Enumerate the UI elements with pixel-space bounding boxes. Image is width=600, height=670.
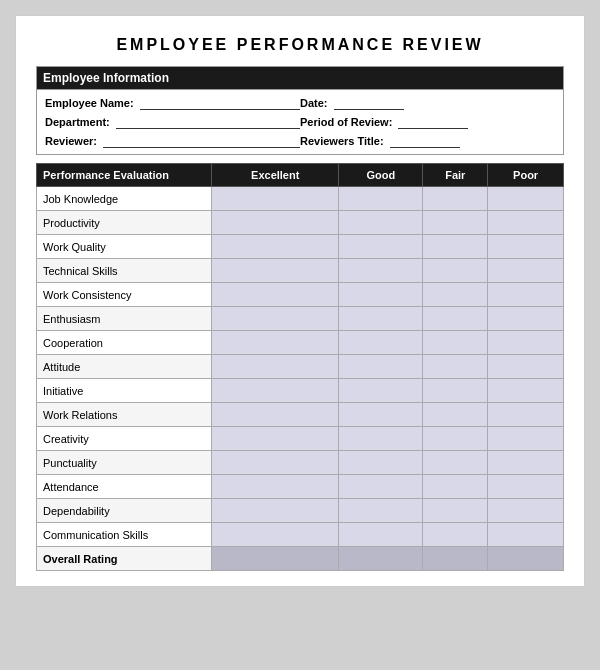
rating-cell[interactable] [339,211,423,235]
reviewer-label: Reviewer: [45,135,97,147]
reviewers-title-input[interactable] [390,134,460,148]
rating-cell[interactable] [212,331,339,355]
col-header-excellent: Excellent [212,164,339,187]
info-grid: Employee Name: Department: Reviewer: Dat… [37,90,563,154]
rating-cell[interactable] [212,283,339,307]
rating-cell[interactable] [339,451,423,475]
rating-cell[interactable] [423,259,488,283]
rating-cell[interactable] [339,283,423,307]
rating-cell[interactable] [212,187,339,211]
rating-cell[interactable] [488,211,564,235]
date-input[interactable] [334,96,404,110]
rating-cell[interactable] [339,379,423,403]
reviewers-title-label: Reviewers Title: [300,135,384,147]
rating-cell[interactable] [212,235,339,259]
table-row: Enthusiasm [37,307,564,331]
employee-info-header: Employee Information [37,67,563,90]
row-label: Enthusiasm [37,307,212,331]
rating-cell[interactable] [423,523,488,547]
rating-cell[interactable] [339,331,423,355]
rating-cell[interactable] [488,187,564,211]
rating-cell[interactable] [488,259,564,283]
rating-cell[interactable] [423,451,488,475]
rating-cell[interactable] [212,451,339,475]
rating-cell[interactable] [423,475,488,499]
rating-cell[interactable] [423,355,488,379]
rating-cell[interactable] [339,523,423,547]
row-label: Work Quality [37,235,212,259]
period-of-review-label: Period of Review: [300,116,392,128]
row-label: Dependability [37,499,212,523]
overall-rating-cell[interactable] [423,547,488,571]
table-row: Communication Skills [37,523,564,547]
rating-cell[interactable] [488,403,564,427]
rating-cell[interactable] [423,211,488,235]
rating-cell[interactable] [339,355,423,379]
rating-cell[interactable] [488,379,564,403]
page-title: EMPLOYEE PERFORMANCE REVIEW [36,36,564,54]
row-label: Attendance [37,475,212,499]
table-row: Productivity [37,211,564,235]
rating-cell[interactable] [339,403,423,427]
table-row: Attendance [37,475,564,499]
reviewer-input[interactable] [103,134,300,148]
rating-cell[interactable] [423,379,488,403]
rating-cell[interactable] [212,355,339,379]
rating-cell[interactable] [488,355,564,379]
rating-cell[interactable] [339,307,423,331]
rating-cell[interactable] [212,499,339,523]
rating-cell[interactable] [212,379,339,403]
row-label: Productivity [37,211,212,235]
rating-cell[interactable] [212,259,339,283]
row-label: Communication Skills [37,523,212,547]
rating-cell[interactable] [488,499,564,523]
row-label: Work Consistency [37,283,212,307]
employee-name-label: Employee Name: [45,97,134,109]
rating-cell[interactable] [488,475,564,499]
table-row: Cooperation [37,331,564,355]
rating-cell[interactable] [488,283,564,307]
table-row: Punctuality [37,451,564,475]
col-header-evaluation: Performance Evaluation [37,164,212,187]
rating-cell[interactable] [212,307,339,331]
rating-cell[interactable] [423,235,488,259]
overall-rating-cell[interactable] [339,547,423,571]
rating-cell[interactable] [488,235,564,259]
rating-cell[interactable] [212,427,339,451]
rating-cell[interactable] [423,283,488,307]
rating-cell[interactable] [212,403,339,427]
rating-cell[interactable] [488,427,564,451]
overall-rating-cell[interactable] [488,547,564,571]
department-row: Department: [45,115,300,129]
rating-cell[interactable] [339,259,423,283]
rating-cell[interactable] [339,475,423,499]
department-label: Department: [45,116,110,128]
rating-cell[interactable] [339,427,423,451]
rating-cell[interactable] [212,211,339,235]
rating-cell[interactable] [423,499,488,523]
rating-cell[interactable] [488,451,564,475]
rating-cell[interactable] [212,475,339,499]
rating-cell[interactable] [488,307,564,331]
rating-cell[interactable] [339,235,423,259]
rating-cell[interactable] [423,427,488,451]
employee-name-input[interactable] [140,96,300,110]
rating-cell[interactable] [423,403,488,427]
rating-cell[interactable] [423,307,488,331]
rating-cell[interactable] [212,523,339,547]
rating-cell[interactable] [339,187,423,211]
table-row: Initiative [37,379,564,403]
rating-cell[interactable] [488,331,564,355]
rating-cell[interactable] [488,523,564,547]
overall-rating-cell[interactable] [212,547,339,571]
period-input[interactable] [398,115,468,129]
table-row: Work Quality [37,235,564,259]
rating-cell[interactable] [423,331,488,355]
employee-name-row: Employee Name: [45,96,300,110]
department-input[interactable] [116,115,300,129]
row-label: Punctuality [37,451,212,475]
row-label: Cooperation [37,331,212,355]
rating-cell[interactable] [423,187,488,211]
row-label: Job Knowledge [37,187,212,211]
rating-cell[interactable] [339,499,423,523]
